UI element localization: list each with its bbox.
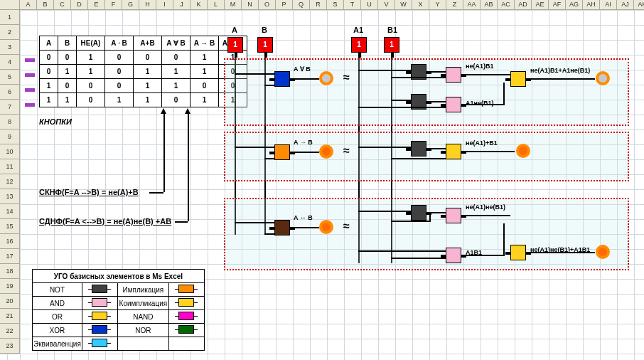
row-header[interactable]: 3 (0, 40, 19, 55)
column-header[interactable]: E (88, 0, 105, 9)
column-header[interactable]: N (242, 0, 259, 9)
column-header[interactable]: AE (532, 0, 549, 9)
column-header[interactable]: H (139, 0, 156, 9)
row-header[interactable]: 10 (0, 144, 19, 159)
column-header[interactable]: R (310, 0, 327, 9)
column-header[interactable]: W (395, 0, 412, 9)
column-header[interactable]: A (20, 0, 37, 9)
column-header[interactable]: S (327, 0, 344, 9)
row-header[interactable]: 6 (0, 85, 19, 100)
column-header[interactable]: Q (293, 0, 310, 9)
column-header[interactable]: V (378, 0, 395, 9)
not-gate (411, 141, 426, 157)
column-header[interactable]: AB (481, 0, 498, 9)
grid-corner (0, 0, 20, 10)
column-header[interactable]: Z (446, 0, 463, 9)
gate-icon (178, 285, 194, 293)
column-header[interactable]: AF (549, 0, 566, 9)
column-headers: ABCDEFGHIJKLMNOPQRSTUVWXYZAAABACADAEAFAG… (20, 0, 644, 10)
column-header[interactable]: G (122, 0, 139, 9)
row-header[interactable]: 12 (0, 174, 19, 189)
arrow-line (163, 112, 165, 192)
column-header[interactable]: K (190, 0, 208, 9)
column-header[interactable]: U (361, 0, 378, 9)
row-header[interactable]: 1 (0, 10, 19, 25)
row-header[interactable]: 20 (0, 294, 19, 309)
gate-icon (92, 339, 107, 347)
column-header[interactable]: P (276, 0, 293, 9)
and-gate (446, 208, 461, 223)
output-led (516, 144, 530, 158)
sdnf-formula: СДНФ(F=A <-->B) = не(A)не(B) +AB (39, 217, 171, 226)
row-header[interactable]: 21 (0, 309, 19, 324)
row-header[interactable]: 18 (0, 264, 19, 279)
truth-cell: 1 (134, 79, 162, 93)
wire (391, 221, 429, 222)
row-header[interactable]: 4 (0, 55, 19, 70)
input-node-b1[interactable]: 1 (384, 37, 399, 53)
column-header[interactable]: M (225, 0, 242, 9)
row-header[interactable]: 15 (0, 219, 19, 234)
row-header[interactable]: 8 (0, 115, 19, 129)
legend-label: NOR (117, 324, 168, 337)
column-header[interactable]: X (412, 0, 429, 9)
column-header[interactable]: AC (498, 0, 515, 9)
column-header[interactable]: AK (634, 0, 644, 9)
wire (391, 77, 446, 78)
row-header[interactable]: 23 (0, 339, 19, 354)
column-header[interactable]: AG (566, 0, 583, 9)
arrow-head (185, 108, 190, 114)
input-label: A (232, 26, 237, 34)
row-button-marker[interactable] (25, 73, 35, 77)
wire (358, 211, 411, 212)
row-header[interactable]: 16 (0, 234, 19, 249)
wire (358, 70, 411, 71)
row-header[interactable]: 13 (0, 189, 19, 204)
legend-label: AND (33, 297, 82, 310)
gate-icon (178, 312, 194, 320)
row-header[interactable]: 9 (0, 129, 19, 144)
truth-header: A → B (190, 36, 219, 51)
row-button-marker[interactable] (25, 103, 35, 107)
column-header[interactable]: B (37, 0, 54, 9)
row-button-marker[interactable] (25, 58, 35, 62)
row-header[interactable]: 14 (0, 204, 19, 219)
column-header[interactable]: J (173, 0, 190, 9)
xor-gate (274, 71, 290, 87)
column-header[interactable]: AI (600, 0, 617, 9)
wire (358, 250, 446, 252)
column-header[interactable]: L (208, 0, 225, 9)
truth-cell: 1 (77, 51, 105, 65)
column-header[interactable]: AA (463, 0, 481, 9)
row-header[interactable]: 22 (0, 324, 19, 339)
row-button-marker[interactable] (25, 88, 35, 92)
column-header[interactable]: I (156, 0, 173, 9)
row-header[interactable]: 5 (0, 70, 19, 85)
column-header[interactable]: C (54, 0, 71, 9)
and-gate (446, 248, 461, 263)
column-header[interactable]: D (71, 0, 88, 9)
column-header[interactable]: AJ (617, 0, 634, 9)
approx-sign: ≈ (343, 144, 350, 157)
row-header[interactable]: 2 (0, 25, 19, 40)
column-header[interactable]: T (344, 0, 361, 9)
input-node-a1[interactable]: 1 (351, 37, 367, 53)
row-header[interactable]: 11 (0, 159, 19, 174)
column-header[interactable]: AD (515, 0, 532, 9)
input-node-b[interactable]: 1 (257, 37, 273, 53)
input-node-a[interactable]: 1 (227, 37, 243, 53)
truth-cell: 1 (77, 65, 105, 79)
gate-label: не(A1)не(B1) (466, 203, 505, 211)
truth-table: ABНЕ(A)A ⋅ BA+BA ∀ BA → BA ↔ B0010001101… (39, 36, 247, 107)
column-header[interactable]: F (105, 0, 122, 9)
row-header[interactable]: 7 (0, 100, 19, 115)
legend-label: OR (33, 310, 82, 324)
column-header[interactable]: AH (583, 0, 600, 9)
column-header[interactable]: O (259, 0, 276, 9)
arrow-line (175, 221, 188, 223)
truth-cell: 0 (40, 65, 58, 79)
truth-cell: 0 (134, 51, 162, 65)
row-header[interactable]: 17 (0, 249, 19, 264)
column-header[interactable]: Y (429, 0, 446, 9)
row-header[interactable]: 19 (0, 279, 19, 294)
